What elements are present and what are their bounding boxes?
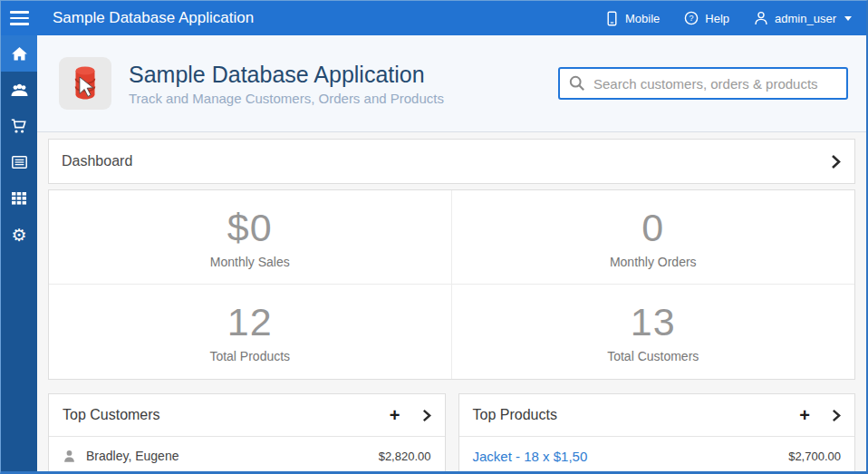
topbar-title: Sample Database Application [37, 9, 605, 27]
topbar: Sample Database Application Mobile ? Hel… [1, 1, 866, 35]
products-grid-icon [12, 192, 26, 205]
topbar-actions: Mobile ? Help admin_user [605, 11, 866, 26]
user-menu-button[interactable]: admin_user [754, 11, 852, 25]
sidebar-item-products[interactable] [1, 180, 37, 217]
chevron-right-icon [832, 409, 841, 422]
app-header: Sample Database Application Track and Ma… [37, 35, 866, 132]
stat-value: 0 [641, 206, 664, 250]
stat-total-products: 12 Total Products [49, 285, 452, 379]
top-customers-title: Top Customers [63, 407, 390, 423]
stat-monthly-orders: 0 Monthly Orders [452, 190, 855, 285]
dashboard-expand-button[interactable] [831, 154, 841, 169]
page-title: Sample Database Application [129, 62, 558, 88]
reports-icon [12, 156, 27, 169]
stat-value: 13 [631, 300, 676, 344]
content-area: Dashboard $0 Monthly Sales [37, 132, 866, 471]
add-customer-button[interactable]: + [390, 406, 400, 424]
customer-name: Bradley, Eugene [86, 449, 379, 463]
chevron-right-icon [422, 409, 431, 422]
orders-cart-icon [11, 119, 27, 134]
mobile-label: Mobile [625, 12, 660, 25]
stat-label: Monthly Sales [210, 255, 290, 269]
sidebar-item-reports[interactable] [1, 144, 37, 180]
help-button[interactable]: ? Help [684, 11, 729, 25]
app-window: Sample Database Application Mobile ? Hel… [0, 0, 868, 474]
stat-monthly-sales: $0 Monthly Sales [49, 190, 452, 285]
search-input[interactable] [593, 76, 837, 92]
mobile-button[interactable]: Mobile [605, 11, 660, 26]
stat-total-customers: 13 Total Customers [452, 285, 855, 379]
svg-text:?: ? [690, 14, 694, 23]
sidebar-item-orders[interactable] [1, 108, 37, 144]
search-icon [569, 75, 585, 92]
database-cursor-icon [66, 63, 104, 103]
top-customers-panel: Top Customers + [48, 393, 446, 471]
hamburger-icon[interactable] [1, 1, 37, 35]
sidebar-item-customers[interactable] [1, 72, 37, 108]
user-icon [754, 11, 768, 25]
add-product-button[interactable]: + [799, 406, 810, 424]
dashboard-title: Dashboard [62, 153, 132, 169]
stat-value: 12 [227, 300, 273, 344]
sidebar-item-administration[interactable]: ⚙ [1, 217, 37, 253]
dashboard-panel: Dashboard [48, 139, 855, 184]
top-products-title: Top Products [473, 407, 800, 423]
top-products-expand-button[interactable] [832, 409, 841, 422]
app-logo [59, 57, 111, 110]
top-products-header: Top Products + [459, 394, 855, 437]
product-amount: $2,700.00 [788, 450, 841, 463]
admin-gear-icon: ⚙ [11, 227, 26, 244]
help-label: Help [705, 12, 729, 25]
help-circle-icon: ? [684, 11, 699, 25]
stat-value: $0 [227, 206, 273, 250]
home-icon [12, 47, 27, 61]
stat-label: Total Products [209, 349, 290, 363]
search-box [558, 67, 848, 100]
person-icon [63, 450, 76, 463]
stat-label: Total Customers [607, 349, 699, 363]
page-subtitle: Track and Manage Customers, Orders and P… [129, 91, 558, 106]
top-products-panel: Top Products + Jacket - 18 x $1,50 $2,70… [458, 393, 856, 471]
top-customers-expand-button[interactable] [422, 409, 431, 422]
stats-panel: $0 Monthly Sales 0 Monthly Orders 12 Tot… [48, 189, 855, 380]
sidebar-nav: ⚙ [1, 35, 37, 471]
product-row[interactable]: Jacket - 18 x $1,50 $2,700.00 [459, 437, 855, 471]
caret-down-icon [844, 16, 852, 21]
customer-row[interactable]: Bradley, Eugene $2,820.00 [49, 437, 445, 471]
username-label: admin_user [775, 12, 836, 25]
mobile-phone-icon [605, 11, 619, 26]
customer-amount: $2,820.00 [379, 450, 431, 463]
sidebar-item-home[interactable] [1, 35, 37, 72]
top-customers-header: Top Customers + [49, 394, 445, 437]
stat-label: Monthly Orders [610, 255, 697, 269]
product-link[interactable]: Jacket - 18 x $1,50 [473, 449, 789, 464]
chevron-right-icon [831, 154, 841, 169]
customers-icon [11, 83, 28, 97]
